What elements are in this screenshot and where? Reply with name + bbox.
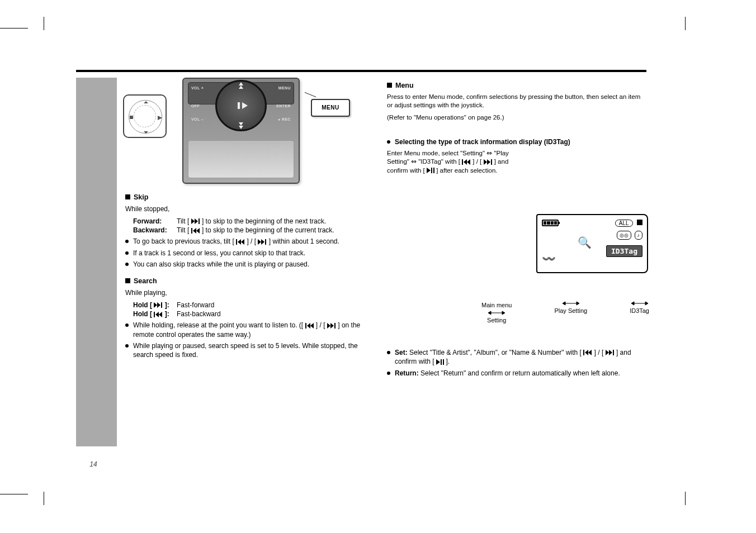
heading-search-text: Search bbox=[134, 277, 157, 286]
search-bullet-2-text: While playing or paused, search speed is… bbox=[133, 341, 371, 359]
square-bullet-icon bbox=[387, 83, 392, 88]
svg-marker-31 bbox=[327, 323, 330, 329]
svg-rect-33 bbox=[334, 323, 336, 329]
crop-mark bbox=[0, 28, 28, 28]
label-enter: ENTER bbox=[276, 103, 291, 108]
prev-track-icon bbox=[462, 159, 471, 165]
crop-mark bbox=[44, 492, 44, 505]
svg-rect-13 bbox=[191, 228, 192, 234]
stop-icon bbox=[637, 220, 642, 225]
prev-track-icon bbox=[583, 350, 592, 356]
menu-intro-ref: (Refer to "Menu operations" on page 26.) bbox=[387, 113, 647, 122]
svg-marker-5 bbox=[239, 82, 243, 85]
square-bullet-icon bbox=[125, 278, 130, 283]
cycle-main: Main menu bbox=[481, 301, 512, 310]
svg-marker-35 bbox=[464, 159, 467, 165]
page: VOL + VOL – MENU ENTER ● REC OFF bbox=[76, 70, 646, 78]
search-backward-line: Hold [ ]: Hold [|◀◀]: Fast-backward bbox=[133, 310, 371, 318]
svg-marker-51 bbox=[645, 302, 648, 305]
lcd-id3tag-label: ID3Tag bbox=[606, 245, 642, 257]
prev-track-icon bbox=[154, 312, 163, 318]
player-body-icon: VOL + VOL – MENU ENTER ● REC OFF bbox=[182, 78, 300, 184]
svg-marker-1 bbox=[144, 131, 148, 134]
skip-bullet-2-text: If a track is 1 second or less, you cann… bbox=[133, 249, 305, 258]
skip-backward-line: Backward: Tilt [ Tilt [|◀◀] to skip to t… bbox=[133, 226, 371, 235]
next-track-icon bbox=[606, 350, 615, 356]
skip-forward-post: ] to skip to the beginning of the next t… bbox=[202, 217, 326, 225]
svg-rect-41 bbox=[431, 168, 432, 173]
double-arrow-icon bbox=[488, 311, 505, 315]
svg-marker-20 bbox=[261, 239, 264, 245]
heading-search: Search bbox=[125, 277, 371, 286]
cycle-play: Play Setting bbox=[554, 307, 587, 315]
rule-top bbox=[76, 70, 646, 72]
return-lead: Return: bbox=[395, 369, 419, 377]
play-pause-icon bbox=[436, 359, 444, 365]
search-forward-body: Fast-forward bbox=[177, 301, 214, 310]
heading-skip: Skip bbox=[125, 193, 371, 202]
next-track-icon bbox=[484, 159, 493, 165]
svg-marker-38 bbox=[487, 159, 490, 165]
svg-rect-24 bbox=[161, 302, 162, 308]
double-arrow-icon bbox=[563, 301, 579, 306]
skip-bullet-2: If a track is 1 second or less, you cann… bbox=[125, 249, 371, 258]
prev-track-icon bbox=[236, 239, 245, 245]
id3-steps: Enter Menu mode, select "Setting" ⇔ "Pla… bbox=[387, 149, 527, 175]
return-bullet: Return: Select "Return" and confirm or r… bbox=[387, 369, 647, 378]
svg-marker-9 bbox=[242, 102, 248, 109]
svg-marker-56 bbox=[609, 350, 612, 355]
svg-marker-29 bbox=[307, 323, 310, 329]
search-bullet-2: While playing or paused, search speed is… bbox=[125, 341, 371, 359]
svg-marker-37 bbox=[484, 159, 487, 165]
svg-rect-28 bbox=[305, 323, 306, 329]
heading-menu: Menu bbox=[387, 81, 647, 91]
label-vol-minus: VOL – bbox=[191, 117, 204, 122]
svg-marker-0 bbox=[144, 101, 148, 103]
device-illustration: VOL + VOL – MENU ENTER ● REC OFF bbox=[125, 78, 371, 189]
search-bullet-1: While holding, release at the point you … bbox=[125, 321, 371, 339]
crop-mark bbox=[685, 17, 686, 30]
svg-marker-6 bbox=[239, 122, 243, 126]
menu-chip-label: MENU bbox=[322, 104, 339, 112]
svg-rect-39 bbox=[491, 159, 492, 165]
menu-path-row: Main menu Setting Play Setting bbox=[481, 301, 649, 325]
cycle-id3: ID3Tag bbox=[630, 307, 649, 315]
svg-rect-52 bbox=[583, 350, 584, 355]
svg-marker-26 bbox=[155, 312, 159, 317]
svg-rect-34 bbox=[462, 159, 463, 165]
svg-rect-57 bbox=[613, 350, 614, 355]
svg-marker-19 bbox=[258, 239, 261, 245]
svg-marker-48 bbox=[577, 302, 579, 305]
skip-bullet-3: You can also skip tracks while the unit … bbox=[125, 260, 371, 269]
crop-mark bbox=[0, 494, 28, 494]
svg-marker-54 bbox=[588, 350, 592, 355]
svg-marker-23 bbox=[157, 302, 160, 308]
svg-marker-18 bbox=[241, 239, 244, 245]
svg-marker-27 bbox=[159, 312, 162, 317]
ring-glyphs-icon bbox=[124, 96, 168, 139]
id3-bullet: Selecting the type of track information … bbox=[387, 137, 647, 146]
svg-marker-55 bbox=[606, 350, 609, 355]
label-menu: MENU bbox=[278, 85, 291, 91]
svg-marker-10 bbox=[191, 218, 195, 224]
lcd-screen: ALL ◎◎ ♪ 🔍 〰️ ID3Tag bbox=[536, 214, 648, 273]
id3-bullet-text: Selecting the type of track information … bbox=[395, 137, 570, 146]
note-icon: ♪ bbox=[635, 231, 643, 240]
svg-marker-47 bbox=[563, 302, 565, 305]
svg-rect-60 bbox=[443, 359, 444, 365]
svg-marker-14 bbox=[193, 228, 196, 234]
bullet-icon bbox=[125, 263, 129, 266]
svg-marker-17 bbox=[238, 239, 241, 245]
svg-rect-25 bbox=[154, 312, 155, 317]
svg-marker-3 bbox=[158, 116, 162, 120]
square-bullet-icon bbox=[125, 194, 130, 199]
svg-marker-15 bbox=[196, 228, 200, 234]
lcd-mode-badge: ALL bbox=[615, 220, 633, 227]
svg-marker-40 bbox=[427, 168, 431, 173]
bullet-icon bbox=[387, 140, 390, 144]
bullet-icon bbox=[387, 372, 390, 375]
svg-rect-42 bbox=[433, 168, 434, 173]
svg-marker-44 bbox=[488, 311, 491, 315]
svg-rect-8 bbox=[238, 102, 240, 109]
bullet-icon bbox=[125, 240, 129, 243]
